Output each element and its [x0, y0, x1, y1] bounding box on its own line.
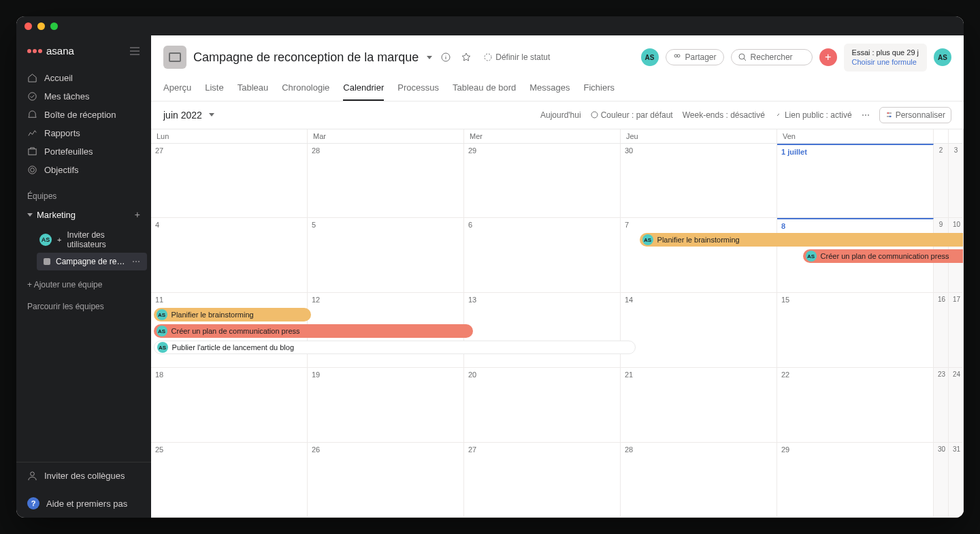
weekend-cell[interactable]: 24	[949, 368, 964, 442]
info-icon[interactable]	[439, 50, 453, 64]
day-cell[interactable]: 20	[464, 368, 621, 442]
tab-messages[interactable]: Messages	[529, 78, 570, 101]
svg-point-3	[29, 166, 36, 174]
calendar-event[interactable]: ASPlanifier le brainstorming	[640, 233, 963, 247]
asana-logo[interactable]: asana	[27, 45, 74, 57]
day-cell[interactable]: 22	[777, 368, 934, 442]
search-input[interactable]: Rechercher	[731, 49, 813, 65]
tab-chronologie[interactable]: Chronologie	[282, 78, 329, 101]
day-cell[interactable]: 27	[464, 443, 621, 517]
today-button[interactable]: Aujourd'hui	[540, 110, 581, 120]
color-filter[interactable]: Couleur : par défaut	[591, 110, 673, 120]
day-cell[interactable]: 28	[308, 144, 464, 218]
brand-label: asana	[46, 45, 74, 57]
minimize-icon[interactable]	[37, 22, 45, 30]
tab-processus[interactable]: Processus	[397, 78, 439, 101]
day-cell[interactable]: 18	[151, 368, 308, 442]
member-avatar[interactable]: AS	[641, 48, 659, 66]
tab-calendrier[interactable]: Calendrier	[343, 78, 384, 101]
tab-fichiers[interactable]: Fichiers	[584, 78, 615, 101]
day-cell[interactable]: 1 juillet	[777, 144, 934, 218]
day-cell[interactable]: 26	[308, 443, 464, 517]
close-icon[interactable]	[24, 22, 32, 30]
day-cell[interactable]: 28	[621, 443, 777, 517]
assignee-avatar: AS	[157, 309, 167, 320]
day-cell[interactable]: 4	[151, 218, 308, 292]
day-cell[interactable]: 29	[464, 144, 621, 218]
calendar-event[interactable]: ASPublier l'article de lancement du blog	[154, 341, 636, 354]
add-team-button[interactable]: + Ajouter une équipe	[16, 273, 151, 296]
nav-mes-t-ches[interactable]: Mes tâches	[16, 87, 151, 106]
invite-colleagues[interactable]: Inviter des collègues	[16, 462, 151, 489]
collapse-sidebar-icon[interactable]	[129, 46, 140, 57]
set-status-button[interactable]: Définir le statut	[480, 51, 554, 63]
maximize-icon[interactable]	[50, 22, 58, 30]
day-cell[interactable]: 29	[777, 443, 934, 517]
palette-icon	[591, 111, 598, 119]
browse-teams[interactable]: Parcourir les équipes	[16, 296, 151, 317]
user-avatar[interactable]: AS	[934, 48, 951, 66]
star-icon[interactable]	[459, 50, 473, 64]
chevron-down-icon[interactable]	[427, 56, 432, 59]
day-cell[interactable]: 25	[151, 443, 308, 517]
weekend-cell[interactable]: 2	[934, 144, 949, 218]
nav-rapports[interactable]: Rapports	[16, 124, 151, 142]
month-selector[interactable]: juin 2022	[163, 110, 214, 121]
search-icon	[738, 53, 747, 61]
more-icon[interactable]: ⋯	[862, 110, 870, 120]
svg-point-6	[485, 54, 491, 61]
weekend-cell[interactable]: 3	[949, 144, 964, 218]
weekends-toggle[interactable]: Week-ends : désactivé	[683, 110, 765, 120]
weekend-cell[interactable]: 17	[949, 293, 964, 367]
help-icon: ?	[27, 497, 39, 509]
sidebar-project-campagne[interactable]: Campagne de reconc... ⋯	[37, 253, 147, 270]
weekend-cell[interactable]: 16	[934, 293, 949, 367]
nav-objectifs[interactable]: Objectifs	[16, 161, 151, 179]
day-cell[interactable]: 30	[621, 144, 777, 218]
calendar-row: 45678910ASPlanifier le brainstormingASCr…	[151, 218, 964, 293]
tab-tableau-de-bord[interactable]: Tableau de bord	[453, 78, 516, 101]
day-cell[interactable]: 5	[308, 218, 464, 292]
svg-point-7	[674, 54, 677, 57]
svg-point-12	[889, 116, 890, 117]
weekend-cell[interactable]: 23	[934, 368, 949, 442]
share-button[interactable]: Partager	[666, 49, 724, 65]
tab-tableau[interactable]: Tableau	[238, 78, 269, 101]
day-cell[interactable]: 27	[151, 144, 308, 218]
chevron-down-icon	[209, 113, 214, 116]
project-title[interactable]: Campagne de reconception de la marque	[193, 50, 419, 65]
weekend-cell[interactable]: 31	[949, 443, 964, 517]
nav-portefeuilles[interactable]: Portefeuilles	[16, 142, 151, 161]
assignee-avatar: AS	[806, 251, 817, 262]
team-marketing[interactable]: Marketing +	[16, 205, 151, 224]
help-button[interactable]: ? Aide et premiers pas	[16, 489, 151, 518]
day-cell[interactable]: 13	[464, 293, 621, 367]
avatar: AS	[39, 234, 52, 246]
invite-users[interactable]: AS + Inviter des utilisateurs	[33, 227, 151, 253]
more-icon[interactable]: ⋯	[132, 257, 140, 266]
day-header: Mar	[308, 129, 464, 143]
day-cell[interactable]: 6	[464, 218, 621, 292]
calendar-event[interactable]: ASCréer un plan de communication press	[154, 324, 473, 338]
nav-accueil[interactable]: Accueil	[16, 69, 151, 87]
calendar-row: 272829301 juillet23	[151, 144, 964, 219]
day-cell[interactable]: 14	[621, 293, 777, 367]
calendar-event[interactable]: ASCréer un plan de communication press	[803, 249, 963, 263]
trial-banner[interactable]: Essai : plus que 29 j Choisir une formul…	[844, 44, 927, 72]
add-to-team-icon[interactable]: +	[135, 209, 140, 220]
weekend-cell[interactable]: 30	[934, 443, 949, 517]
day-header: Ven	[777, 129, 934, 143]
day-cell[interactable]: 7	[621, 218, 777, 292]
public-link-toggle[interactable]: Lien public : activé	[774, 110, 852, 120]
calendar-event[interactable]: ASPlanifier le brainstorming	[154, 308, 312, 321]
status-icon	[484, 53, 492, 61]
day-cell[interactable]: 21	[621, 368, 777, 442]
day-cell[interactable]: 15	[777, 293, 934, 367]
caret-down-icon	[27, 213, 33, 217]
tab-liste[interactable]: Liste	[205, 78, 223, 101]
day-cell[interactable]: 19	[308, 368, 464, 442]
nav-bo-te-de-r-ception[interactable]: Boîte de réception	[16, 106, 151, 124]
create-button[interactable]: +	[819, 48, 837, 66]
customize-button[interactable]: Personnaliser	[879, 107, 951, 123]
tab-aper-u[interactable]: Aperçu	[163, 78, 191, 101]
